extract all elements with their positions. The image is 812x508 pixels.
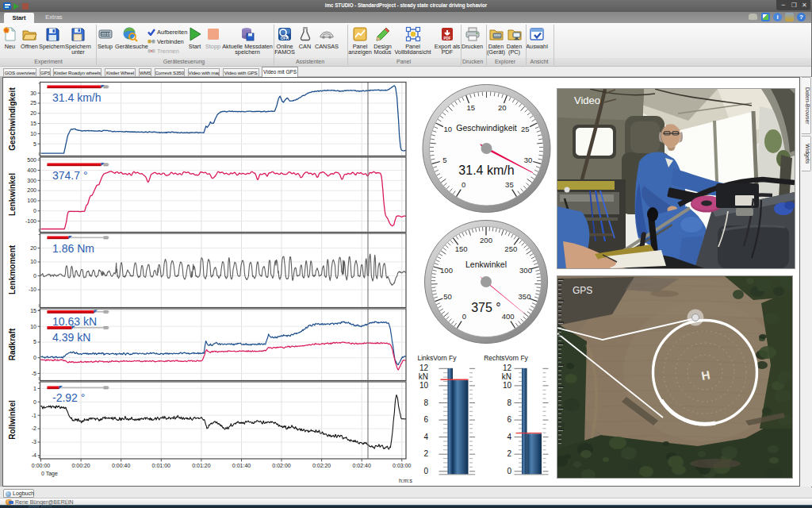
- svg-text:-4: -4: [32, 452, 36, 458]
- svg-text:Lenkwinkel: Lenkwinkel: [465, 260, 507, 269]
- svg-text:10: 10: [503, 381, 512, 390]
- svg-text:Lenkwinkel: Lenkwinkel: [8, 173, 17, 216]
- svg-text:0:01:40: 0:01:40: [232, 463, 251, 468]
- svg-text:10: 10: [444, 125, 453, 133]
- svg-text:0:03:00: 0:03:00: [393, 463, 411, 468]
- svg-text:0: 0: [33, 399, 36, 405]
- svg-text:10: 10: [30, 324, 36, 329]
- svg-text:RechtsVorn Fy: RechtsVorn Fy: [484, 354, 528, 362]
- svg-text:20: 20: [30, 245, 36, 251]
- svg-text:-5: -5: [32, 371, 36, 376]
- svg-text:500: 500: [27, 157, 36, 163]
- svg-text:0:02:00: 0:02:00: [272, 463, 290, 468]
- svg-text:-10: -10: [29, 287, 36, 292]
- svg-text:150: 150: [455, 244, 468, 253]
- svg-text:31.4 km/h: 31.4 km/h: [52, 91, 101, 104]
- svg-text:0: 0: [423, 467, 428, 475]
- svg-text:0:01:20: 0:01:20: [192, 463, 210, 468]
- svg-text:20: 20: [30, 110, 36, 116]
- svg-text:30: 30: [30, 90, 36, 96]
- svg-text:375 °: 375 °: [471, 301, 501, 314]
- svg-text:6: 6: [507, 415, 511, 424]
- svg-text:kN: kN: [502, 372, 511, 381]
- svg-text:0:02:20: 0:02:20: [312, 463, 331, 468]
- svg-text:8: 8: [507, 398, 511, 407]
- svg-text:0 Tage: 0 Tage: [41, 471, 58, 477]
- svg-text:10: 10: [30, 259, 36, 264]
- svg-text:Video: Video: [574, 94, 600, 106]
- svg-text:0: 0: [462, 180, 465, 189]
- svg-text:Lenkmoment: Lenkmoment: [8, 244, 17, 294]
- svg-text:0: 0: [33, 208, 36, 214]
- svg-text:31.4 km/h: 31.4 km/h: [458, 164, 514, 177]
- svg-text:5: 5: [442, 156, 446, 164]
- svg-text:400: 400: [27, 167, 36, 173]
- svg-text:300: 300: [27, 178, 36, 183]
- svg-text:Rollwinkel: Rollwinkel: [8, 400, 17, 440]
- svg-text:0:01:00: 0:01:00: [152, 463, 170, 468]
- svg-text:200: 200: [27, 187, 36, 193]
- svg-text:350: 350: [519, 292, 531, 301]
- svg-text:30: 30: [524, 156, 533, 164]
- svg-text:200: 200: [480, 236, 492, 244]
- svg-text:25: 25: [30, 100, 36, 106]
- svg-text:kN: kN: [419, 372, 428, 381]
- svg-text:15: 15: [467, 103, 476, 112]
- svg-text:2: 2: [423, 449, 428, 458]
- svg-text:100: 100: [27, 198, 36, 203]
- svg-text:0:00:20: 0:00:20: [71, 463, 90, 468]
- svg-text:25: 25: [521, 125, 530, 133]
- svg-text:35: 35: [505, 180, 514, 189]
- svg-text:10: 10: [30, 131, 36, 137]
- svg-text:-2: -2: [32, 425, 36, 431]
- svg-text:Geschwindigkeit: Geschwindigkeit: [8, 87, 17, 151]
- svg-text:2: 2: [507, 449, 511, 458]
- svg-text:Radkraft: Radkraft: [8, 328, 17, 360]
- svg-text:4.39 kN: 4.39 kN: [52, 331, 90, 344]
- svg-text:50: 50: [443, 292, 452, 301]
- svg-text:1.86 Nm: 1.86 Nm: [52, 242, 94, 255]
- svg-text:LinksVorn Fy: LinksVorn Fy: [417, 354, 457, 362]
- svg-text:h:m:s: h:m:s: [399, 478, 413, 483]
- svg-text:5: 5: [33, 339, 36, 344]
- svg-text:Geschwindigkeit: Geschwindigkeit: [456, 123, 517, 133]
- svg-text:8: 8: [423, 398, 428, 407]
- svg-text:374.7 °: 374.7 °: [52, 169, 88, 182]
- svg-text:0:00:40: 0:00:40: [112, 463, 130, 468]
- svg-text:400: 400: [502, 312, 515, 321]
- svg-text:15: 15: [30, 308, 36, 314]
- svg-text:0:00:00: 0:00:00: [32, 463, 50, 468]
- svg-text:1: 1: [33, 386, 36, 391]
- svg-text:10: 10: [419, 381, 429, 390]
- svg-text:15: 15: [30, 121, 36, 126]
- svg-text:-2.92 °: -2.92 °: [52, 391, 85, 404]
- svg-text:-1: -1: [32, 413, 36, 418]
- svg-text:4: 4: [507, 433, 511, 441]
- svg-text:-3: -3: [32, 439, 36, 444]
- svg-text:0: 0: [33, 355, 36, 360]
- svg-text:4: 4: [423, 433, 428, 441]
- svg-text:6: 6: [423, 415, 428, 424]
- svg-text:0: 0: [33, 273, 36, 279]
- svg-text:250: 250: [504, 244, 517, 253]
- svg-text:300: 300: [519, 266, 532, 275]
- svg-text:GPS: GPS: [573, 285, 592, 296]
- svg-text:100: 100: [440, 266, 453, 275]
- svg-text:5: 5: [33, 141, 36, 147]
- svg-text:0: 0: [507, 467, 511, 475]
- svg-text:-100: -100: [25, 218, 36, 224]
- svg-text:0:02:40: 0:02:40: [353, 463, 371, 468]
- svg-text:0: 0: [462, 312, 466, 321]
- svg-text:20: 20: [498, 103, 507, 112]
